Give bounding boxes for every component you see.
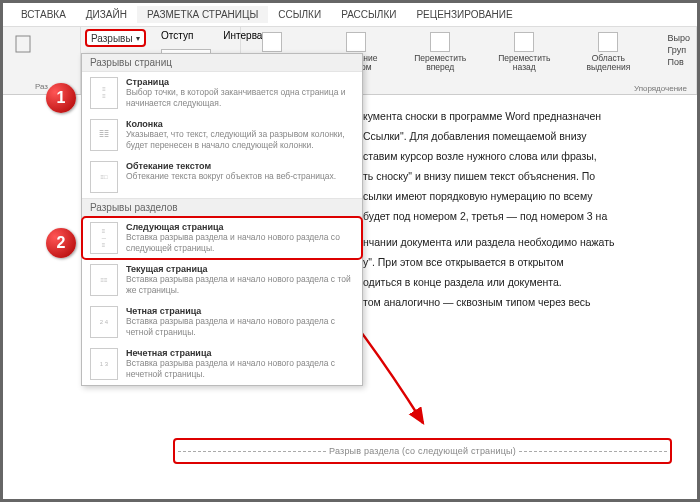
align-button[interactable]: Выро [667,32,689,44]
group-arrange-label: Упорядочение [634,84,687,93]
break-next-page[interactable]: ≡─≡ Следующая страницаВставка разрыва ра… [82,217,362,259]
continuous-thumb-icon: ≡≡ [90,264,118,296]
tab-page-layout[interactable]: РАЗМЕТКА СТРАНИЦЫ [137,6,268,23]
column-thumb-icon: ≣≣ [90,119,118,151]
selection-pane-button[interactable]: Область выделения [583,30,633,72]
wrap-thumb-icon: ≡□ [90,161,118,193]
tab-design[interactable]: ДИЗАЙН [76,6,137,23]
bring-forward-button[interactable]: Переместить вперед [415,30,465,72]
break-odd-page[interactable]: 1 3 Нечетная страницаВставка разрыва раз… [82,343,362,385]
rotate-button[interactable]: Пов [667,56,689,68]
break-column[interactable]: ≣≣ КолонкаУказывает, что текст, следующи… [82,114,362,156]
tab-review[interactable]: РЕЦЕНЗИРОВАНИЕ [406,6,522,23]
send-backward-button[interactable]: Переместить назад [499,30,549,72]
dropdown-header-page-breaks: Разрывы страниц [82,54,362,72]
tab-insert[interactable]: ВСТАВКА [11,6,76,23]
odd-page-thumb-icon: 1 3 [90,348,118,380]
tab-references[interactable]: ССЫЛКИ [268,6,331,23]
break-continuous[interactable]: ≡≡ Текущая страницаВставка разрыва разде… [82,259,362,301]
breaks-dropdown: Разрывы страниц ≡≡ СтраницаВыбор точки, … [81,53,363,386]
tab-mailings[interactable]: РАССЫЛКИ [331,6,406,23]
group-button[interactable]: Груп [667,44,689,56]
chevron-down-icon: ▾ [136,34,140,43]
next-page-thumb-icon: ≡─≡ [90,222,118,254]
break-page[interactable]: ≡≡ СтраницаВыбор точки, в которой заканч… [82,72,362,114]
break-even-page[interactable]: 2 4 Четная страницаВставка разрыва разде… [82,301,362,343]
page-thumb-icon: ≡≡ [90,77,118,109]
even-page-thumb-icon: 2 4 [90,306,118,338]
break-text-wrapping[interactable]: ≡□ Обтекание текстомОбтекание текста вок… [82,156,362,198]
section-break-marker: Разрыв раздела (со следующей страницы) [173,438,672,464]
dropdown-header-section-breaks: Разрывы разделов [82,198,362,217]
svg-rect-0 [16,36,30,52]
callout-2: 2 [46,228,76,258]
breaks-button[interactable]: Разрывы▾ [85,29,146,47]
callout-1: 1 [46,83,76,113]
ribbon-tabs: ВСТАВКА ДИЗАЙН РАЗМЕТКА СТРАНИЦЫ ССЫЛКИ … [3,3,697,27]
margins-icon[interactable] [9,30,37,58]
